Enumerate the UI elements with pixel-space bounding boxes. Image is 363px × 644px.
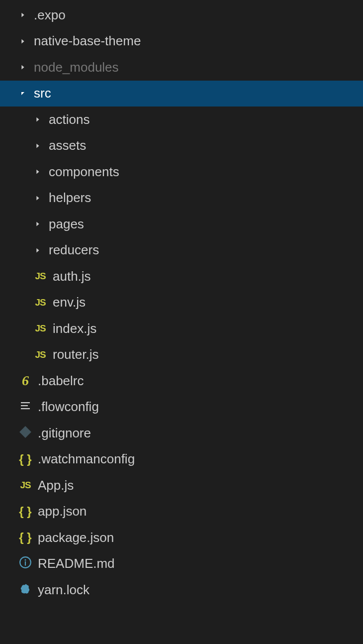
tree-item-label: App.js <box>38 478 74 493</box>
tree-item-label: components <box>49 164 119 180</box>
chevron-right-icon[interactable] <box>33 141 43 151</box>
js-file-icon: JS <box>35 271 45 282</box>
chevron-right-icon[interactable] <box>18 36 28 46</box>
folder-tree-item[interactable]: .expo <box>0 2 363 28</box>
file-tree-item[interactable]: JSApp.js <box>0 472 363 499</box>
tree-item-label: .expo <box>34 7 66 23</box>
tree-item-label: README.md <box>38 556 115 571</box>
folder-tree-item[interactable]: native-base-theme <box>0 28 363 55</box>
tree-item-label: .flowconfig <box>38 399 99 415</box>
chevron-right-icon[interactable] <box>33 193 43 203</box>
folder-tree-item[interactable]: pages <box>0 211 363 237</box>
tree-item-label: helpers <box>49 190 91 206</box>
chevron-right-icon[interactable] <box>18 10 28 20</box>
tree-item-label: package.json <box>38 530 114 545</box>
file-tree-item[interactable]: yarn.lock <box>0 577 363 603</box>
folder-tree-item[interactable]: assets <box>0 133 363 159</box>
file-tree-item[interactable]: { }package.json <box>0 525 363 551</box>
js-file-icon: JS <box>35 323 45 334</box>
tree-item-label: assets <box>49 138 86 153</box>
file-tree-item[interactable]: .gitignore <box>0 420 363 446</box>
file-explorer-tree: .exponative-base-themenode_modulessrcact… <box>0 2 363 603</box>
folder-tree-item[interactable]: src <box>0 81 363 107</box>
tree-item-label: pages <box>49 216 84 232</box>
chevron-right-icon[interactable] <box>33 167 43 177</box>
tree-item-label: auth.js <box>53 269 91 284</box>
tree-item-label: node_modules <box>34 60 119 75</box>
chevron-right-icon[interactable] <box>33 219 43 229</box>
babel-file-icon: 6 <box>22 373 29 389</box>
file-tree-item[interactable]: { }.watchmanconfig <box>0 446 363 473</box>
tree-item-label: src <box>34 86 51 101</box>
svg-rect-1 <box>21 405 28 406</box>
tree-item-label: .watchmanconfig <box>38 451 135 467</box>
json-file-icon: { } <box>19 452 31 466</box>
folder-tree-item[interactable]: node_modules <box>0 54 363 81</box>
file-tree-item[interactable]: { }app.json <box>0 499 363 525</box>
tree-item-label: .babelrc <box>38 373 84 389</box>
svg-rect-0 <box>21 402 30 403</box>
file-tree-item[interactable]: README.md <box>0 551 363 577</box>
chevron-down-icon[interactable] <box>18 89 28 99</box>
folder-tree-item[interactable]: reducers <box>0 237 363 264</box>
tree-item-label: env.js <box>53 295 86 310</box>
folder-tree-item[interactable]: components <box>0 159 363 185</box>
yarn-file-icon <box>19 582 32 598</box>
tree-item-label: reducers <box>49 242 99 258</box>
js-file-icon: JS <box>35 297 45 308</box>
svg-rect-5 <box>25 561 26 566</box>
chevron-right-icon[interactable] <box>18 62 28 72</box>
info-file-icon <box>19 556 32 571</box>
tree-item-label: yarn.lock <box>38 582 90 598</box>
json-file-icon: { } <box>19 505 31 519</box>
tree-item-label: native-base-theme <box>34 33 141 49</box>
file-tree-item[interactable]: 6.babelrc <box>0 368 363 394</box>
folder-tree-item[interactable]: helpers <box>0 185 363 212</box>
tree-item-label: app.json <box>38 504 87 519</box>
file-tree-item[interactable]: JSenv.js <box>0 290 363 316</box>
js-file-icon: JS <box>35 349 45 360</box>
js-file-icon: JS <box>20 480 30 491</box>
file-tree-item[interactable]: JSindex.js <box>0 316 363 342</box>
file-tree-item[interactable]: .flowconfig <box>0 394 363 421</box>
file-tree-item[interactable]: JSauth.js <box>0 263 363 290</box>
tree-item-label: .gitignore <box>38 426 91 441</box>
flow-file-icon <box>19 400 31 414</box>
tree-item-label: actions <box>49 112 90 127</box>
tree-item-label: index.js <box>53 321 96 336</box>
chevron-right-icon[interactable] <box>33 245 43 255</box>
tree-item-label: router.js <box>53 347 99 362</box>
file-tree-item[interactable]: JSrouter.js <box>0 342 363 368</box>
chevron-right-icon[interactable] <box>33 114 43 124</box>
json-file-icon: { } <box>19 531 31 544</box>
svg-point-4 <box>25 559 26 561</box>
git-file-icon <box>19 426 32 441</box>
svg-rect-2 <box>21 408 30 409</box>
folder-tree-item[interactable]: actions <box>0 107 363 133</box>
